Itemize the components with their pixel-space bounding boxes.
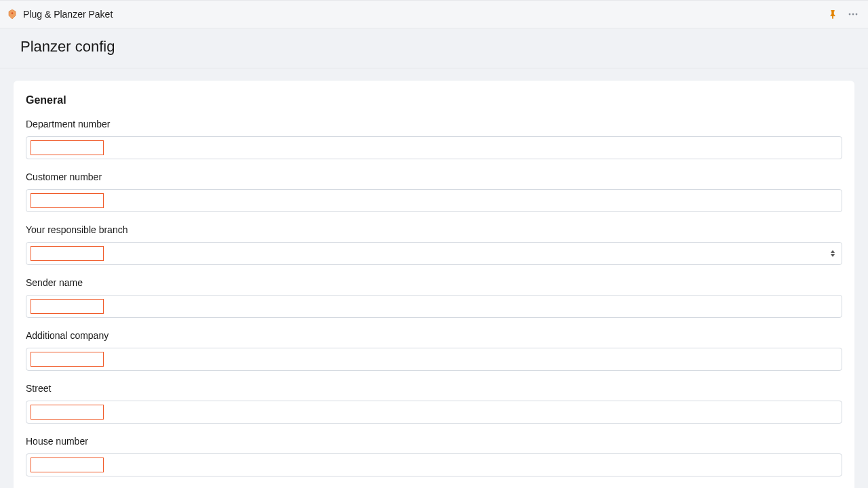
label-additional-company: Additional company bbox=[26, 330, 842, 341]
input-wrap-customer-number[interactable] bbox=[26, 189, 842, 212]
input-sender-name[interactable] bbox=[26, 296, 842, 317]
content-scroll[interactable]: General Department number Customer numbe… bbox=[0, 68, 868, 488]
select-wrap-responsible-branch[interactable] bbox=[26, 242, 842, 265]
field-sender-name: Sender name bbox=[26, 277, 842, 318]
input-wrap-house-number[interactable] bbox=[26, 453, 842, 476]
svg-point-1 bbox=[849, 14, 851, 16]
label-house-number: House number bbox=[26, 436, 842, 447]
input-wrap-additional-company[interactable] bbox=[26, 348, 842, 371]
app-title: Plug & Planzer Paket bbox=[23, 9, 113, 20]
config-card: General Department number Customer numbe… bbox=[14, 81, 854, 488]
svg-point-0 bbox=[12, 12, 14, 14]
field-department-number: Department number bbox=[26, 119, 842, 159]
top-bar-left: Plug & Planzer Paket bbox=[7, 9, 113, 20]
input-wrap-department-number[interactable] bbox=[26, 136, 842, 159]
input-department-number[interactable] bbox=[26, 137, 842, 159]
input-wrap-sender-name[interactable] bbox=[26, 295, 842, 318]
section-title-general: General bbox=[26, 94, 842, 106]
label-sender-name: Sender name bbox=[26, 277, 842, 288]
label-department-number: Department number bbox=[26, 119, 842, 129]
field-house-number: House number bbox=[26, 436, 842, 476]
input-house-number[interactable] bbox=[26, 454, 842, 476]
label-customer-number: Customer number bbox=[26, 171, 842, 182]
page-title: Planzer config bbox=[20, 38, 848, 56]
svg-point-3 bbox=[856, 14, 858, 16]
field-additional-company: Additional company bbox=[26, 330, 842, 371]
pin-icon[interactable] bbox=[826, 7, 840, 21]
page-header: Planzer config bbox=[0, 28, 868, 68]
input-customer-number[interactable] bbox=[26, 190, 842, 211]
field-street: Street bbox=[26, 383, 842, 424]
label-street: Street bbox=[26, 383, 842, 394]
input-additional-company[interactable] bbox=[26, 348, 842, 370]
top-bar-right bbox=[826, 6, 861, 22]
field-customer-number: Customer number bbox=[26, 171, 842, 212]
select-responsible-branch[interactable] bbox=[26, 243, 842, 264]
app-logo-icon bbox=[7, 9, 18, 20]
input-wrap-street[interactable] bbox=[26, 401, 842, 424]
field-responsible-branch: Your responsible branch bbox=[26, 224, 842, 265]
more-icon[interactable] bbox=[845, 6, 861, 22]
svg-point-2 bbox=[852, 14, 854, 16]
top-bar: Plug & Planzer Paket bbox=[0, 0, 868, 28]
label-responsible-branch: Your responsible branch bbox=[26, 224, 842, 235]
input-street[interactable] bbox=[26, 401, 842, 423]
